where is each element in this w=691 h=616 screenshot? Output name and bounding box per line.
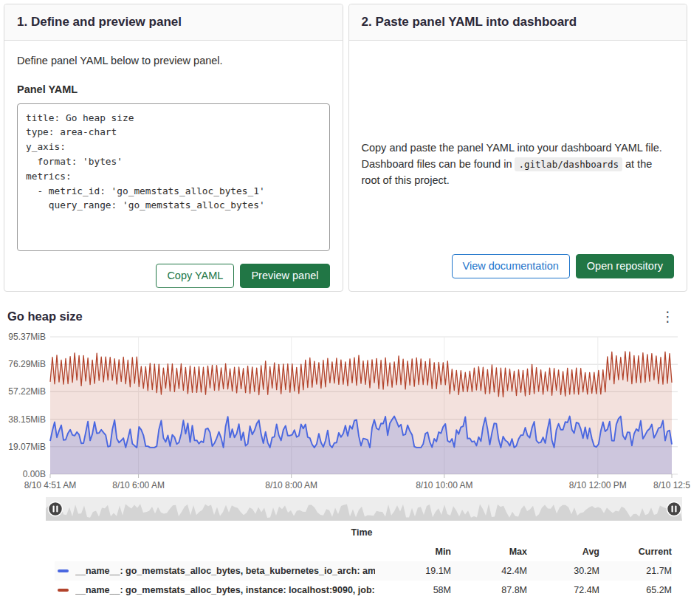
panel-title: Go heap size [7,309,83,324]
define-panel-card: 1. Define and preview panel Define panel… [4,4,343,292]
kebab-menu-icon[interactable]: ⋮ [656,308,679,325]
legend-row-blue-series[interactable]: __name__: go_memstats_alloc_bytes, beta_… [55,561,672,581]
legend-header-row: Min Max Avg Current [55,544,672,561]
paste-card-actions: View documentation Open repository [362,254,675,278]
define-card-body: Define panel YAML below to preview panel… [4,41,343,301]
define-card-description: Define panel YAML below to preview panel… [17,53,330,69]
paste-yaml-card: 2. Paste panel YAML into dashboard Copy … [348,4,688,292]
series-max: 42.4M [451,566,527,576]
view-documentation-button[interactable]: View documentation [452,254,570,278]
chart-zoom-brush[interactable] [0,495,687,523]
svg-text:95.37MiB: 95.37MiB [8,332,46,342]
svg-text:8/10 10:00 AM: 8/10 10:00 AM [416,480,472,490]
open-repository-button[interactable]: Open repository [576,254,674,278]
svg-text:0.00B: 0.00B [23,469,46,479]
svg-text:19.07MiB: 19.07MiB [8,442,46,452]
series-current: 65.2M [599,585,672,595]
series-label: __name__: go_memstats_alloc_bytes, insta… [58,585,375,595]
legend-col-min: Min [375,547,451,557]
legend-col-max: Max [451,547,527,557]
paste-card-body: Copy and paste the panel YAML into your … [349,41,687,291]
series-avg: 30.2M [527,566,599,576]
svg-text:57.22MiB: 57.22MiB [8,386,46,397]
panel-yaml-input[interactable]: title: Go heap size type: area-chart y_a… [17,103,330,251]
x-axis-title: Time [50,527,673,538]
define-card-title: 1. Define and preview panel [17,15,330,30]
legend-col-avg: Avg [527,547,599,557]
series-label: __name__: go_memstats_alloc_bytes, beta_… [58,566,375,576]
svg-text:8/10 4:51 AM: 8/10 4:51 AM [24,480,77,490]
series-swatch-icon [58,569,69,572]
svg-text:8/10 6:00 AM: 8/10 6:00 AM [112,480,165,490]
legend-table: Min Max Avg Current __name__: go_memstat… [55,544,672,600]
area-chart[interactable]: 95.37MiB76.29MiB57.22MiB38.15MiB19.07MiB… [0,328,687,493]
svg-text:38.15MiB: 38.15MiB [8,414,46,425]
paste-card-title: 2. Paste panel YAML into dashboard [362,15,675,30]
legend-col-current: Current [599,547,672,557]
series-current: 21.7M [599,566,672,576]
series-min: 58M [375,585,451,595]
brush-handle-icon[interactable] [49,502,63,516]
panel-yaml-label: Panel YAML [17,82,330,98]
brush-handle-icon[interactable] [667,502,681,516]
dashboards-path-code: .gitlab/dashboards [515,157,622,171]
series-max: 87.8M [451,585,527,595]
metrics-panel: Go heap size ⋮ 95.37MiB76.29MiB57.22MiB3… [0,308,691,600]
preview-panel-button[interactable]: Preview panel [240,264,329,288]
legend-row-red-series[interactable]: __name__: go_memstats_alloc_bytes, insta… [55,581,672,600]
series-min: 19.1M [375,566,451,576]
series-avg: 72.4M [527,585,599,595]
setup-cards: 1. Define and preview panel Define panel… [0,0,691,292]
svg-text:8/10 12:5: 8/10 12:5 [653,480,690,490]
paste-card-description: Copy and paste the panel YAML into your … [362,140,672,188]
define-card-header: 1. Define and preview panel [4,4,343,41]
svg-text:8/10 12:00 PM: 8/10 12:00 PM [569,480,627,490]
define-card-actions: Copy YAML Preview panel [17,264,330,288]
paste-card-header: 2. Paste panel YAML into dashboard [349,4,687,41]
svg-text:8/10 8:00 AM: 8/10 8:00 AM [265,480,317,490]
svg-text:76.29MiB: 76.29MiB [8,359,46,369]
copy-yaml-button[interactable]: Copy YAML [156,264,234,288]
panel-header: Go heap size ⋮ [0,308,691,325]
series-swatch-icon [58,589,69,592]
